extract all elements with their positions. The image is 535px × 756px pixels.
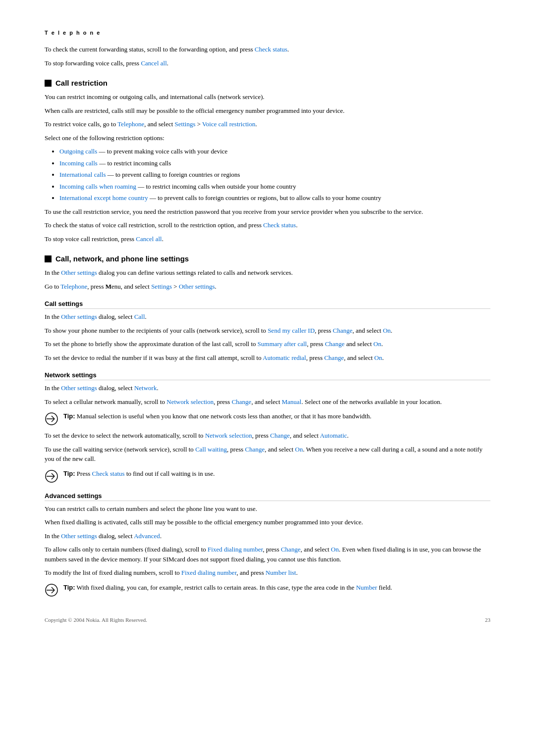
advanced-link[interactable]: Advanced <box>134 532 160 540</box>
number-link[interactable]: Number <box>356 584 377 591</box>
check-status-link-3[interactable]: Check status <box>92 470 125 477</box>
ns-p2: To select a cellular network manually, s… <box>45 397 490 407</box>
footer-page-number: 23 <box>485 617 490 623</box>
settings-link-1[interactable]: Settings <box>175 120 196 128</box>
manual-link[interactable]: Manual <box>282 398 302 405</box>
change-link-4[interactable]: Change <box>232 398 252 405</box>
advanced-settings-heading: Advanced settings <box>45 492 490 501</box>
tip-text-2: Tip: Press Check status to find out if c… <box>63 469 215 479</box>
network-selection-link-2[interactable]: Network selection <box>205 432 252 439</box>
automatic-redial-link[interactable]: Automatic redial <box>263 354 306 361</box>
call-settings-heading: Call settings <box>45 300 490 309</box>
international-except-link[interactable]: International except home country <box>59 194 148 202</box>
restriction-list: Outgoing calls — to prevent making voice… <box>59 147 490 203</box>
call-restriction-heading: Call restriction <box>45 79 490 87</box>
send-caller-id-link[interactable]: Send my caller ID <box>268 327 315 334</box>
cn-p1: In the Other settings dialog you can def… <box>45 268 490 278</box>
cr-p4: Select one of the following restriction … <box>45 133 490 143</box>
list-item-international: International calls — to prevent calling… <box>59 170 490 180</box>
telephone-link-2[interactable]: Telephone <box>60 283 87 290</box>
tip-icon-2 <box>45 469 58 483</box>
ns-p3: To set the device to select the network … <box>45 431 490 441</box>
change-link-3[interactable]: Change <box>324 354 344 361</box>
on-link-3[interactable]: On <box>374 354 382 361</box>
on-link-1[interactable]: On <box>383 327 391 334</box>
tip-box-2: Tip: Press Check status to find out if c… <box>45 469 490 483</box>
page-header: T e l e p h o n e <box>45 30 490 36</box>
intro-p2: To stop forwarding voice calls, press Ca… <box>45 58 490 68</box>
call-waiting-link[interactable]: Call waiting <box>195 446 227 453</box>
as-p2: When fixed dialling is activated, calls … <box>45 517 490 527</box>
call-restriction-title: Call restriction <box>55 79 107 87</box>
automatic-link[interactable]: Automatic <box>320 432 347 439</box>
svg-line-7 <box>52 473 54 476</box>
voice-call-restriction-link[interactable]: Voice call restriction <box>202 120 255 128</box>
intro-p1: To check the current forwarding status, … <box>45 45 490 54</box>
header-title: T e l e p h o n e <box>45 30 101 36</box>
cs-p2: To show your phone number to the recipie… <box>45 326 490 336</box>
network-selection-link-1[interactable]: Network selection <box>166 398 214 405</box>
telephone-link-1[interactable]: Telephone <box>117 120 144 128</box>
as-p3: In the Other settings dialog, select Adv… <box>45 531 490 541</box>
outgoing-calls-link[interactable]: Outgoing calls <box>59 148 97 155</box>
ns-p4: To use the call waiting service (network… <box>45 445 490 464</box>
check-status-link-2[interactable]: Check status <box>263 221 296 229</box>
other-settings-link-5[interactable]: Other settings <box>61 532 97 540</box>
summary-after-call-link[interactable]: Summary after call <box>258 340 307 348</box>
as-p1: You can restrict calls to certain number… <box>45 504 490 514</box>
svg-line-3 <box>52 419 54 422</box>
change-link-7[interactable]: Change <box>281 546 301 553</box>
svg-line-13 <box>52 590 54 593</box>
cr-p1: You can restrict incoming or outgoing ca… <box>45 92 490 102</box>
number-list-link[interactable]: Number list <box>266 569 296 576</box>
settings-link-2[interactable]: Settings <box>151 283 172 290</box>
cr-p5: To use the call restriction service, you… <box>45 207 490 217</box>
list-item-international-except: International except home country — to p… <box>59 193 490 203</box>
cr-p7: To stop voice call restriction, press Ca… <box>45 234 490 244</box>
international-calls-link[interactable]: International calls <box>59 171 106 178</box>
as-p5: To modify the list of fixed dialing numb… <box>45 568 490 578</box>
cancel-all-link-2[interactable]: Cancel all <box>136 235 161 243</box>
on-link-5[interactable]: On <box>331 546 339 553</box>
change-link-2[interactable]: Change <box>325 340 345 348</box>
tip-text-1: Tip: Manual selection is useful when you… <box>63 411 372 421</box>
list-item-incoming: Incoming calls — to restrict incoming ca… <box>59 158 490 168</box>
cs-p3: To set the phone to briefly show the app… <box>45 339 490 349</box>
fixed-dialing-link-2[interactable]: Fixed dialing number <box>181 569 236 576</box>
network-settings-heading: Network settings <box>45 371 490 380</box>
incoming-calls-link[interactable]: Incoming calls <box>59 159 98 167</box>
cancel-all-link-1[interactable]: Cancel all <box>141 59 166 67</box>
cr-p2: When calls are restricted, calls still m… <box>45 106 490 116</box>
as-p4: To allow calls only to certain numbers (… <box>45 545 490 564</box>
section-square-icon-2 <box>45 255 52 262</box>
svg-line-8 <box>52 476 54 479</box>
page-footer: Copyright © 2004 Nokia. All Rights Reser… <box>45 617 490 623</box>
call-link[interactable]: Call <box>134 313 145 320</box>
fixed-dialing-link-1[interactable]: Fixed dialing number <box>208 546 263 553</box>
cn-p2: Go to Telephone, press Menu, and select … <box>45 282 490 292</box>
on-link-2[interactable]: On <box>374 340 381 348</box>
other-settings-link-4[interactable]: Other settings <box>61 384 97 392</box>
incoming-calls-roaming-link[interactable]: Incoming calls when roaming <box>59 183 136 190</box>
tip-icon-1 <box>45 412 58 426</box>
list-item-outgoing: Outgoing calls — to prevent making voice… <box>59 147 490 156</box>
change-link-5[interactable]: Change <box>270 432 290 439</box>
other-settings-link-1[interactable]: Other settings <box>61 269 97 276</box>
on-link-4[interactable]: On <box>295 446 303 453</box>
change-link-6[interactable]: Change <box>245 446 265 453</box>
tip-icon-3 <box>45 583 58 597</box>
footer-copyright: Copyright © 2004 Nokia. All Rights Reser… <box>45 617 147 623</box>
check-status-link-1[interactable]: Check status <box>255 46 287 53</box>
tip-box-3: Tip: With fixed dialing, you can, for ex… <box>45 583 490 597</box>
tip-text-3: Tip: With fixed dialing, you can, for ex… <box>63 583 392 593</box>
section-square-icon <box>45 80 52 87</box>
cs-p4: To set the device to redial the number i… <box>45 353 490 363</box>
cr-p3: To restrict voice calls, go to Telephone… <box>45 119 490 129</box>
network-link[interactable]: Network <box>134 384 157 392</box>
svg-line-12 <box>52 587 54 590</box>
other-settings-link-2[interactable]: Other settings <box>179 283 215 290</box>
list-item-incoming-roaming: Incoming calls when roaming — to restric… <box>59 182 490 192</box>
cr-p6: To check the status of voice call restri… <box>45 220 490 230</box>
other-settings-link-3[interactable]: Other settings <box>61 313 97 320</box>
change-link-1[interactable]: Change <box>333 327 353 334</box>
